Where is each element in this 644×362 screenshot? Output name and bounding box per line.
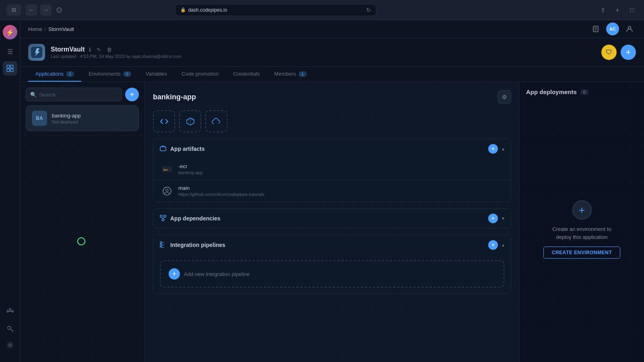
pipelines-icon: [160, 241, 166, 248]
svg-rect-29: [160, 242, 162, 243]
artifacts-body: aws -ecr banking-app: [153, 158, 511, 202]
docs-btn[interactable]: [589, 23, 602, 35]
deployments-title: App deployments: [526, 88, 577, 95]
project-info-btn[interactable]: ℹ: [88, 47, 92, 53]
pipelines-add-btn[interactable]: +: [488, 240, 498, 250]
svg-rect-0: [7, 65, 10, 68]
dependencies-add-btn[interactable]: +: [488, 214, 498, 223]
svg-point-12: [9, 344, 11, 346]
menu-btn[interactable]: ☰: [3, 44, 17, 59]
project-delete-btn[interactable]: 🗑: [105, 47, 113, 53]
app-icons-row: [153, 110, 511, 132]
project-name-row: StormVault ℹ ✎ 🗑: [51, 46, 596, 53]
user-avatar-btn[interactable]: AC: [606, 23, 619, 35]
artifacts-chevron: ▴: [502, 146, 504, 152]
share-btn[interactable]: ⇧: [597, 4, 609, 16]
project-header: StormVault ℹ ✎ 🗑 Last updated · 4:53 PM,…: [20, 38, 644, 67]
create-env-text: Create an environment to deploy this app…: [546, 225, 618, 241]
create-env-plus-btn[interactable]: +: [572, 200, 592, 220]
deployments-header: App deployments 0: [526, 88, 638, 95]
pipelines-section-icon: [160, 241, 166, 249]
apps-icon: [6, 65, 14, 72]
refresh-btn[interactable]: ↻: [366, 7, 371, 13]
project-add-btn[interactable]: +: [621, 45, 636, 60]
svg-point-22: [163, 187, 171, 195]
code-icon-card[interactable]: [153, 110, 175, 132]
list-item[interactable]: BA banking-app Not deployed: [26, 105, 139, 131]
user-menu-btn[interactable]: [623, 23, 636, 35]
artifact-ecr-sub: banking-app: [178, 170, 203, 175]
sidebar-toggle-btn[interactable]: ⊟: [6, 4, 21, 16]
pipeline-nav-btn[interactable]: [3, 304, 17, 319]
svg-rect-19: [160, 147, 166, 151]
svg-rect-3: [10, 69, 13, 72]
tab-members[interactable]: Members 1: [267, 67, 314, 82]
pipeline-nav-icon: [6, 308, 14, 315]
section-header-pipelines[interactable]: Integration pipelines + ▴: [153, 235, 511, 255]
create-environment-btn[interactable]: CREATE ENVIRONMENT: [543, 247, 620, 259]
brand-icon: ⚡: [6, 29, 14, 36]
top-bar: Home / StormVault AC: [20, 20, 644, 38]
aws-logo-icon: aws: [162, 166, 172, 173]
icon-sidebar: ⚡ ☰: [0, 20, 20, 362]
app-item-name: banking-app: [52, 113, 81, 119]
section-header-artifacts[interactable]: App artifacts + ▴: [153, 139, 511, 158]
app-list-panel: 🔍 + BA banking-app Not deployed: [20, 82, 145, 362]
breadcrumb-sep: /: [45, 26, 46, 32]
artifacts-icon: [160, 145, 166, 152]
apps-btn[interactable]: [3, 61, 17, 76]
lock-icon: 🔒: [180, 7, 186, 12]
new-tab-btn[interactable]: +: [612, 4, 623, 16]
app-detail-title: banking-app: [153, 93, 196, 101]
svg-point-4: [7, 311, 8, 312]
search-input-wrap[interactable]: 🔍: [26, 88, 122, 101]
forward-btn[interactable]: →: [40, 4, 52, 16]
artifact-ecr-info: -ecr banking-app: [178, 163, 203, 175]
settings-nav-btn[interactable]: [3, 338, 17, 352]
tab-environments[interactable]: Environments 0: [81, 67, 138, 82]
artifact-github: main https://github.com/cldcvr/codepipes…: [153, 180, 511, 202]
project-logo-icon: [31, 47, 42, 58]
artifacts-add-btn[interactable]: +: [488, 144, 498, 154]
app-avatar: BA: [32, 111, 47, 126]
tab-code-promotion[interactable]: Code promotion: [174, 67, 226, 82]
add-app-btn[interactable]: +: [125, 88, 139, 101]
app-detail: banking-app ⚙: [145, 82, 519, 362]
tab-credentials[interactable]: Credentials: [226, 67, 267, 82]
sidebar-top-icons: ☰: [3, 44, 17, 302]
breadcrumb-home[interactable]: Home: [28, 26, 42, 32]
search-input[interactable]: [39, 92, 118, 98]
add-pipeline-card[interactable]: + Add new integration pipeline: [160, 260, 504, 288]
tab-applications[interactable]: Applications 1: [28, 67, 81, 82]
project-edit-btn[interactable]: ✎: [95, 47, 102, 53]
brand-logo[interactable]: ⚡: [3, 25, 17, 39]
box-icon-card[interactable]: [179, 110, 201, 132]
dependencies-chevron: ▾: [502, 216, 504, 221]
app-layout: ⚡ ☰: [0, 20, 644, 362]
pipelines-body: + Add new integration pipeline: [153, 260, 511, 288]
app-settings-btn[interactable]: ⚙: [497, 90, 511, 104]
github-logo: [161, 185, 173, 197]
address-bar[interactable]: 🔒 dash.codepipes.io ↻: [175, 4, 376, 16]
svg-text:aws: aws: [163, 168, 168, 171]
cloud-icon-card[interactable]: [205, 110, 227, 132]
tab-variables[interactable]: Variables: [138, 67, 174, 82]
dependencies-section-icon: [160, 215, 166, 222]
key-nav-icon: [6, 325, 14, 332]
artifact-github-name: main: [178, 185, 264, 191]
docs-icon: [592, 25, 599, 33]
svg-rect-2: [7, 69, 10, 72]
privacy-icon: [56, 7, 62, 13]
code-icon: [160, 117, 169, 126]
shield-btn[interactable]: 🛡: [601, 45, 617, 60]
extensions-btn[interactable]: □: [626, 4, 638, 16]
pipelines-chevron: ▴: [502, 242, 504, 248]
tab-applications-badge: 1: [66, 71, 74, 77]
aws-ecr-logo: aws: [161, 164, 173, 175]
section-header-dependencies[interactable]: App dependencies + ▾: [153, 209, 511, 228]
back-btn[interactable]: ←: [26, 4, 37, 16]
project-info: StormVault ℹ ✎ 🗑 Last updated · 4:53 PM,…: [51, 46, 596, 59]
key-nav-btn[interactable]: [3, 321, 17, 335]
tab-environments-badge: 0: [123, 71, 131, 77]
top-bar-right: AC: [589, 23, 636, 35]
